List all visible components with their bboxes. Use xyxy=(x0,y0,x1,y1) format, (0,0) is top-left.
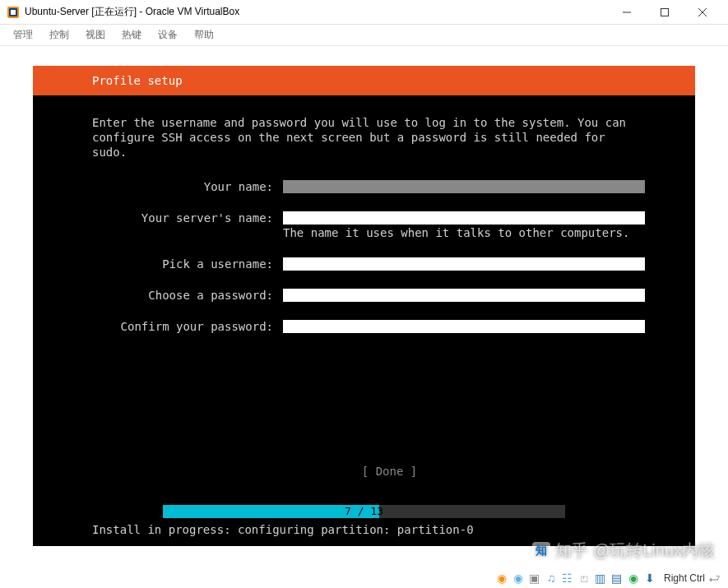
vm-display[interactable]: Profile setup Enter the username and pas… xyxy=(33,66,695,546)
input-your-name[interactable] xyxy=(283,180,645,193)
svg-rect-2 xyxy=(11,10,16,15)
optical-icon[interactable]: ◉ xyxy=(511,571,526,586)
window-title: Ubuntu-Server [正在运行] - Oracle VM Virtual… xyxy=(25,5,608,19)
host-key-arrow-icon: ⮐ xyxy=(707,571,721,586)
form-row-server: Your server's name: The name it uses whe… xyxy=(92,211,687,239)
form-row-username: Pick a username: xyxy=(92,257,687,271)
installer-header: Profile setup xyxy=(33,66,695,95)
label-server-name: Your server's name: xyxy=(92,211,283,225)
input-server-name[interactable] xyxy=(283,211,645,225)
close-button[interactable] xyxy=(684,0,721,25)
statusbar: ◉ ◉ ▣ ♫ ☷ ⏍ ▥ ▤ ◉ ⬇ Right Ctrl ⮐ xyxy=(0,568,728,588)
display-icon[interactable]: ▤ xyxy=(610,571,624,586)
done-button[interactable]: [ Done ] xyxy=(92,465,687,478)
label-username: Pick a username: xyxy=(92,257,283,271)
menu-manage[interactable]: 管理 xyxy=(7,26,39,44)
label-your-name: Your name: xyxy=(92,180,283,193)
app-icon xyxy=(7,6,20,19)
menu-view[interactable]: 视图 xyxy=(79,26,112,44)
install-progress-bar: 7 / 13 xyxy=(163,505,565,518)
installer-description: Enter the username and password you will… xyxy=(92,115,651,160)
recording-icon[interactable]: ◉ xyxy=(626,571,641,586)
hdd-icon[interactable]: ▣ xyxy=(527,571,542,586)
mouse-integration-icon[interactable]: ⬇ xyxy=(642,571,657,586)
install-status-text: Install in progress: configuring partiti… xyxy=(92,523,474,536)
installer-body: Enter the username and password you will… xyxy=(33,95,695,478)
network-icon[interactable]: ☷ xyxy=(560,571,575,586)
hint-server-name: The name it uses when it talks to other … xyxy=(283,226,645,239)
input-username[interactable] xyxy=(283,257,645,271)
install-progress-text: 7 / 13 xyxy=(163,505,565,518)
host-key-label: Right Ctrl xyxy=(664,572,705,584)
maximize-button[interactable] xyxy=(646,0,684,25)
minimize-button[interactable] xyxy=(608,0,646,25)
window-controls xyxy=(608,0,721,25)
menu-hotkeys[interactable]: 热键 xyxy=(115,26,148,44)
menu-devices[interactable]: 设备 xyxy=(151,26,184,44)
audio-icon[interactable]: ♫ xyxy=(544,571,559,586)
menubar: 管理 控制 视图 热键 设备 帮助 xyxy=(0,25,728,46)
usb-icon[interactable]: ⏍ xyxy=(577,571,591,586)
menu-help[interactable]: 帮助 xyxy=(188,26,220,44)
menu-control[interactable]: 控制 xyxy=(43,26,76,44)
installer-title: Profile setup xyxy=(92,74,183,87)
form-row-password: Choose a password: xyxy=(92,289,687,302)
window-titlebar: Ubuntu-Server [正在运行] - Oracle VM Virtual… xyxy=(0,0,728,25)
input-password[interactable] xyxy=(283,289,645,302)
shared-folder-icon[interactable]: ▥ xyxy=(593,571,608,586)
form-row-confirm: Confirm your password: xyxy=(92,320,687,333)
input-confirm-password[interactable] xyxy=(283,320,645,333)
form-row-name: Your name: xyxy=(92,180,687,193)
label-confirm-password: Confirm your password: xyxy=(92,320,283,333)
svg-rect-4 xyxy=(661,8,669,16)
label-password: Choose a password: xyxy=(92,289,283,302)
disk-icon[interactable]: ◉ xyxy=(494,571,509,586)
